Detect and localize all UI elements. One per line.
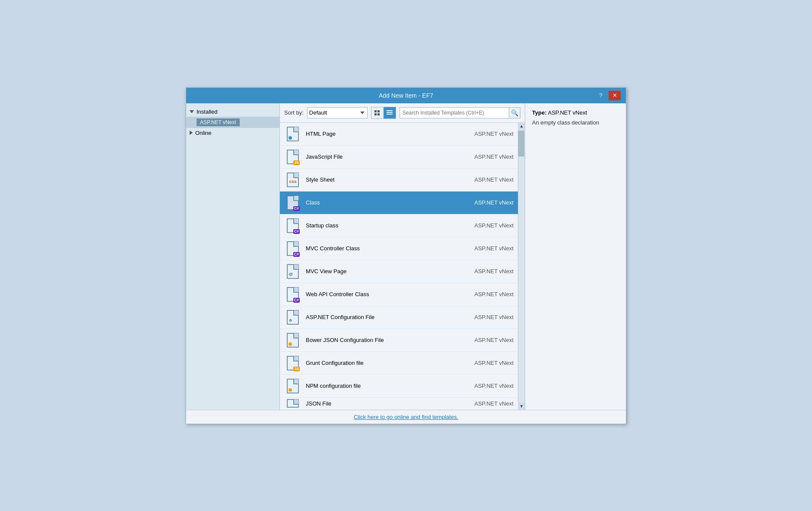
item-icon-js: JS	[284, 148, 301, 166]
item-name: Grunt Configuration file	[306, 360, 444, 366]
dialog-body: Installed ASP.NET vNext Online Sort by: …	[186, 103, 626, 410]
item-icon-mvc-view: @	[284, 263, 301, 280]
sidebar: Installed ASP.NET vNext Online	[186, 103, 280, 410]
item-name: Class	[306, 199, 444, 206]
item-name: HTML Page	[306, 131, 444, 137]
item-name: ASP.NET Configuration File	[306, 314, 444, 320]
type-label: Type:	[532, 109, 547, 116]
scroll-thumb[interactable]	[518, 131, 524, 156]
search-icon-button[interactable]: 🔍	[509, 108, 520, 118]
sidebar-installed[interactable]: Installed	[186, 107, 279, 117]
item-category: ASP.NET vNext	[444, 176, 514, 183]
item-name: MVC View Page	[306, 268, 444, 275]
item-category: ASP.NET vNext	[444, 314, 514, 320]
item-icon-webapi: C#	[284, 286, 301, 303]
item-category: ASP.NET vNext	[444, 199, 514, 206]
sort-label: Sort by:	[284, 109, 304, 116]
scrollbar[interactable]: ▲ ▼	[518, 123, 525, 410]
item-icon-grunt: JS	[284, 355, 301, 372]
grid-view-button[interactable]	[371, 107, 384, 118]
svg-rect-1	[377, 110, 380, 112]
title-bar-controls: ? ✕	[595, 91, 621, 100]
info-description: An empty class declaration	[532, 119, 619, 126]
close-button[interactable]: ✕	[609, 91, 621, 100]
item-name: MVC Controller Class	[306, 245, 444, 252]
list-item[interactable]: Bower JSON Configuration File ASP.NET vN…	[280, 329, 518, 352]
svg-rect-4	[387, 110, 393, 111]
item-icon-startup: C#	[284, 217, 301, 234]
item-name: Style Sheet	[306, 176, 444, 183]
item-name: Startup class	[306, 222, 444, 229]
installed-label: Installed	[197, 109, 217, 115]
list-item[interactable]: CSS Style Sheet ASP.NET vNext	[280, 169, 518, 192]
sidebar-aspnet-vnext[interactable]: ASP.NET vNext	[186, 117, 279, 128]
dialog-title: Add New Item - EF7	[217, 92, 595, 99]
item-category: ASP.NET vNext	[444, 245, 514, 252]
list-item[interactable]: C# MVC Controller Class ASP.NET vNext	[280, 237, 518, 260]
list-view-button[interactable]	[384, 107, 396, 118]
list-scroll: HTML Page ASP.NET vNext JS JavaScript Fi…	[280, 123, 518, 410]
svg-rect-0	[374, 110, 377, 112]
expand-icon	[190, 131, 193, 135]
collapse-icon	[190, 110, 194, 113]
item-category: ASP.NET vNext	[444, 383, 514, 389]
search-box: 🔍	[400, 107, 520, 118]
list-item[interactable]: C# Startup class ASP.NET vNext	[280, 214, 518, 237]
info-panel: Type: ASP.NET vNext An empty class decla…	[525, 103, 626, 410]
list-item[interactable]: @ MVC View Page ASP.NET vNext	[280, 260, 518, 283]
list-item[interactable]: JS JavaScript File ASP.NET vNext	[280, 146, 518, 169]
list-item[interactable]: NPM configuration file ASP.NET vNext	[280, 375, 518, 398]
help-button[interactable]: ?	[595, 91, 607, 100]
item-category: ASP.NET vNext	[444, 268, 514, 275]
svg-rect-3	[377, 113, 380, 115]
toolbar: Sort by: DefaultNameTypeDate Modified	[280, 103, 525, 123]
item-name: Web API Controller Class	[306, 291, 444, 297]
footer: Click here to go online and find templat…	[186, 410, 626, 424]
item-category: ASP.NET vNext	[444, 360, 514, 366]
sidebar-online[interactable]: Online	[186, 128, 279, 138]
item-name: JSON File	[306, 400, 444, 407]
item-category: ASP.NET vNext	[444, 291, 514, 297]
item-icon-mvc-controller: C#	[284, 240, 301, 257]
list-item[interactable]: ⚙ ASP.NET Configuration File ASP.NET vNe…	[280, 306, 518, 329]
item-icon-bower	[284, 332, 301, 349]
list-item[interactable]: JS Grunt Configuration file ASP.NET vNex…	[280, 352, 518, 375]
list-area: HTML Page ASP.NET vNext JS JavaScript Fi…	[280, 123, 525, 410]
aspnet-vnext-label: ASP.NET vNext	[197, 118, 240, 126]
view-buttons	[371, 107, 396, 119]
list-item-class[interactable]: C# Class ASP.NET vNext	[280, 192, 518, 214]
item-icon-config: ⚙	[284, 309, 301, 326]
item-category: ASP.NET vNext	[444, 222, 514, 229]
item-category: ASP.NET vNext	[444, 131, 514, 137]
info-type: Type: ASP.NET vNext	[532, 109, 619, 116]
search-input[interactable]	[400, 108, 509, 118]
online-label: Online	[195, 130, 212, 136]
main-content: Sort by: DefaultNameTypeDate Modified	[280, 103, 525, 410]
type-value: ASP.NET vNext	[548, 109, 587, 116]
scroll-down-arrow[interactable]: ▼	[518, 403, 525, 410]
item-icon-npm	[284, 377, 301, 395]
item-name: Bower JSON Configuration File	[306, 337, 444, 343]
item-icon-json	[284, 398, 301, 410]
list-item[interactable]: JSON File ASP.NET vNext	[280, 398, 518, 410]
item-category: ASP.NET vNext	[444, 337, 514, 343]
svg-rect-2	[374, 113, 377, 115]
item-name: JavaScript File	[306, 153, 444, 160]
item-icon-class: C#	[284, 194, 301, 211]
online-templates-link[interactable]: Click here to go online and find templat…	[354, 414, 458, 420]
item-category: ASP.NET vNext	[444, 153, 514, 160]
item-category: ASP.NET vNext	[444, 400, 514, 407]
sort-select[interactable]: DefaultNameTypeDate Modified	[307, 107, 368, 118]
scroll-up-arrow[interactable]: ▲	[518, 123, 525, 130]
item-icon-css: CSS	[284, 171, 301, 188]
svg-rect-6	[387, 114, 393, 115]
list-item[interactable]: C# Web API Controller Class ASP.NET vNex…	[280, 283, 518, 306]
add-new-item-dialog: Add New Item - EF7 ? ✕ Installed ASP.NET…	[186, 87, 626, 424]
item-icon-html	[284, 125, 301, 143]
title-bar: Add New Item - EF7 ? ✕	[186, 88, 626, 103]
item-name: NPM configuration file	[306, 383, 444, 389]
list-item[interactable]: HTML Page ASP.NET vNext	[280, 123, 518, 146]
svg-rect-5	[387, 112, 393, 113]
